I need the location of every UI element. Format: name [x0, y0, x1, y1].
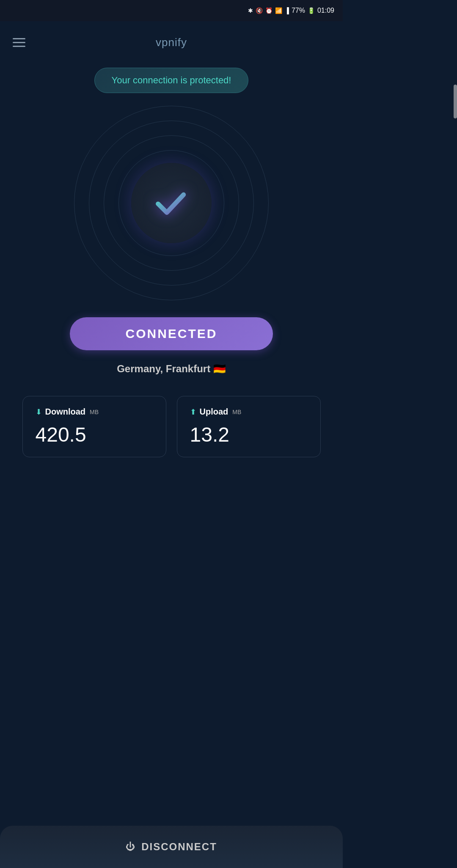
main-content: Your connection is protected! CONNECTED …: [0, 59, 343, 491]
power-icon: ⏻: [126, 841, 135, 852]
location-display: Germany, Frankfurt 🇩🇪: [117, 363, 226, 375]
upload-card: ⬆ UploadMB 13.2: [177, 396, 321, 457]
upload-header: ⬆ UploadMB: [190, 407, 308, 417]
menu-line-1: [13, 38, 25, 39]
status-bar: ✱ 🔇 ⏰ 📶 ▐ 77% 🔋 01:09: [0, 0, 343, 21]
download-header: ⬇ DownloadMB: [36, 407, 153, 417]
location-text: Germany, Frankfurt 🇩🇪: [117, 363, 226, 374]
upload-label: Upload: [200, 407, 228, 417]
upload-icon: ⬆: [190, 407, 196, 417]
checkmark-circle: [131, 163, 212, 243]
battery-level: 77%: [292, 7, 305, 14]
connection-status-circle: [74, 106, 269, 300]
bluetooth-icon: ✱: [248, 7, 253, 14]
app-title: vpnify: [156, 36, 187, 49]
menu-button[interactable]: [13, 38, 25, 47]
upload-value: 13.2: [190, 423, 308, 446]
disconnect-button[interactable]: DISCONNECT: [141, 841, 217, 853]
menu-line-3: [13, 46, 25, 47]
download-label: Download: [45, 407, 86, 417]
header: vpnify: [0, 25, 343, 59]
protection-text: Your connection is protected!: [112, 75, 231, 85]
connected-button[interactable]: CONNECTED: [70, 317, 273, 350]
status-icons: ✱ 🔇 ⏰ 📶 ▐ 77% 🔋 01:09: [248, 7, 334, 14]
battery-icon: 🔋: [308, 7, 315, 14]
checkmark-icon: [152, 184, 190, 222]
stats-row: ⬇ DownloadMB 420.5 ⬆ UploadMB 13.2: [13, 396, 330, 457]
download-unit: MB: [90, 409, 99, 415]
signal-icon: ▐: [285, 7, 289, 14]
clock: 01:09: [317, 7, 334, 14]
download-card: ⬇ DownloadMB 420.5: [22, 396, 166, 457]
bottom-bar[interactable]: ⏻ DISCONNECT: [0, 826, 343, 868]
download-value: 420.5: [36, 423, 153, 446]
upload-unit: MB: [232, 409, 241, 415]
alarm-icon: ⏰: [265, 7, 273, 14]
mute-icon: 🔇: [256, 7, 263, 14]
download-icon: ⬇: [36, 407, 42, 417]
wifi-icon: 📶: [275, 7, 282, 14]
menu-line-2: [13, 42, 25, 43]
protection-banner: Your connection is protected!: [94, 68, 249, 93]
